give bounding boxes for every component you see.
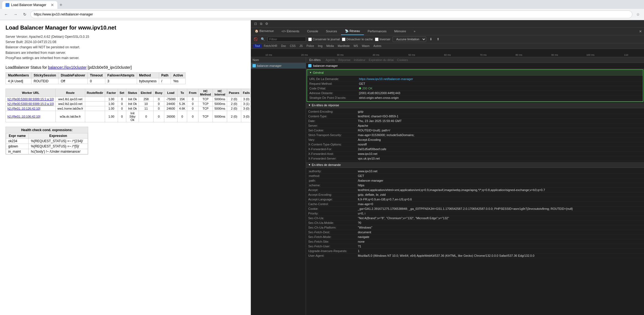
tab-bar: Load Balancer Manager ✕ + bbox=[0, 0, 644, 9]
worker-2-hc_interval: 5000ms bbox=[213, 106, 227, 111]
keep-log-check[interactable]: Conserver le journal bbox=[308, 38, 340, 41]
worker-2-hc_method: TCP bbox=[198, 106, 213, 111]
worker-2-route: ww1.home.lab3w.fr bbox=[56, 106, 85, 111]
req-field-8: Cookie:_ga=GA1.2.391671275.1706538848; _… bbox=[306, 207, 644, 211]
type-btn-media[interactable]: Média bbox=[325, 44, 336, 48]
network-item-balancer[interactable]: balancer-manager bbox=[251, 63, 306, 69]
back-button[interactable]: ← bbox=[2, 10, 10, 18]
status-col-disable: DisableFailover bbox=[58, 72, 88, 78]
req-field-11: Sec-Ch-Ua-Mobile:?0 bbox=[306, 221, 644, 225]
type-btn-autres[interactable]: Autres bbox=[372, 44, 383, 48]
tab-performances[interactable]: Performances bbox=[364, 28, 390, 35]
tab-more[interactable]: » bbox=[410, 28, 419, 35]
forward-button[interactable]: → bbox=[12, 10, 19, 18]
network-panel: Nom balancer-manager En-têtes Agents Rép… bbox=[251, 57, 644, 315]
invert-check[interactable]: Inverser bbox=[375, 38, 390, 41]
devtools-close-button[interactable]: ✕ bbox=[638, 29, 643, 34]
active-tab[interactable]: Load Balancer Manager ✕ bbox=[2, 1, 57, 9]
tl-90ms: 90 ms bbox=[537, 54, 573, 56]
w-col-hcinterval: HC Interval bbox=[213, 89, 227, 97]
server-info: Server Version: Apache/2.4.62 (Debian) O… bbox=[6, 34, 245, 61]
tab-sources[interactable]: Sources bbox=[322, 28, 341, 35]
hc-row-1: gdown%{REQUEST_STATUS} =~ /^[5]/ bbox=[6, 144, 88, 149]
filter-input[interactable] bbox=[267, 37, 306, 42]
worker-3-busy: 0 bbox=[153, 111, 164, 122]
hc-row-0: ok234%{REQUEST_STATUS} =~ /^[234]/ bbox=[6, 138, 88, 144]
devtools-toggle-button[interactable]: ⊡ bbox=[253, 21, 258, 26]
resp-headers-title: En-têtes de réponse bbox=[312, 104, 339, 107]
network-timeline: 10 ms 20 ms 30 ms 40 ms 50 ms 60 ms 70 m… bbox=[251, 49, 644, 57]
worker-row-3[interactable]: h2://[fe01::10:106:42:10]w3a.dc.lab3w.fr… bbox=[6, 111, 251, 122]
type-btn-img[interactable]: Img bbox=[316, 44, 324, 48]
import-button[interactable]: ⬇ bbox=[428, 37, 433, 42]
filename-row: balancer-manager bbox=[306, 63, 644, 69]
type-btn-doc[interactable]: Doc bbox=[280, 44, 288, 48]
general-section: ▼ Général URL De La Demande:https://www.… bbox=[307, 69, 643, 102]
tab-memoire[interactable]: Mémoire bbox=[390, 28, 410, 35]
response-headers-header[interactable]: ▼ En-têtes de réponse bbox=[306, 102, 644, 108]
worker-0-from: 0 bbox=[187, 97, 198, 101]
type-btn-css[interactable]: CSS bbox=[288, 44, 297, 48]
hc-name-2: in_maint bbox=[6, 149, 29, 154]
request-headers-header[interactable]: ▼ En-têtes de demande bbox=[306, 162, 644, 168]
type-btn-ws[interactable]: WS bbox=[352, 44, 359, 48]
type-btn-js[interactable]: JS bbox=[298, 44, 304, 48]
server-info-line-1: Server Version: Apache/2.4.62 (Debian) O… bbox=[6, 34, 245, 39]
resp-collapse-icon: ▼ bbox=[308, 104, 311, 107]
status-dot-icon bbox=[359, 87, 361, 89]
throttle-select[interactable]: Aucune limitation bbox=[393, 36, 426, 42]
status-col-method: Method bbox=[137, 72, 159, 78]
status-val-sticky: ROUTEID bbox=[31, 78, 58, 84]
search-button[interactable]: 🔍 bbox=[260, 37, 265, 42]
hc-col-name: Expr name bbox=[6, 133, 29, 138]
worker-row-0[interactable]: h2://[fe00:5300:60:9389:15:1:a:10]ww1.lb… bbox=[6, 97, 251, 101]
tab-favicon bbox=[6, 3, 9, 7]
balancer-status-label: LoadBalancer Status for bbox=[6, 65, 47, 70]
tab-close-button[interactable]: ✕ bbox=[51, 3, 54, 7]
tab-elements[interactable]: </> Éléments bbox=[278, 28, 303, 35]
new-tab-button[interactable]: + bbox=[58, 2, 63, 7]
resp-field-10: X-Forwarded-Server:vps.uk.ipv10.net bbox=[306, 156, 644, 161]
req-field-13: Sec-Fetch-Dest:document bbox=[306, 230, 644, 235]
devtools-settings-button[interactable]: ⚙ bbox=[264, 21, 269, 26]
tab-bienvenue[interactable]: 🏠 Bienvenue bbox=[251, 28, 278, 35]
tab-console[interactable]: Console bbox=[303, 28, 322, 35]
export-button[interactable]: ⬆ bbox=[436, 37, 441, 42]
type-btn-manifeste[interactable]: Manifeste bbox=[336, 44, 351, 48]
server-info-line-3: Balancer changes will NOT be persisted o… bbox=[6, 45, 245, 50]
tl-10ms: 10 ms bbox=[251, 54, 287, 56]
balancer-cluster-link[interactable]: balancer://ipv10cluster bbox=[48, 65, 87, 70]
main-layout: Load Balancer Manager for www.ipv10.net … bbox=[0, 20, 644, 315]
type-btn-wasm[interactable]: Wasm bbox=[360, 44, 371, 48]
req-field-6: Accept-Language:fr,fr-FR;q=0.9,en-GB;q=0… bbox=[306, 197, 644, 202]
general-field-3: Adresse Distante:[2001:41d0:8012000:44f9… bbox=[307, 91, 643, 96]
network-col-headers: Nom bbox=[251, 57, 306, 63]
request-headers-section: ▼ En-têtes de demande :authority:www.ipv… bbox=[306, 162, 644, 259]
devtools-tab-bar: 🏠 Bienvenue </> Éléments Console Sources… bbox=[251, 28, 644, 35]
disable-cache-check[interactable]: Désactiver le cache bbox=[342, 38, 373, 41]
worker-row-2[interactable]: h2://[fe01::10:126:42:10]ww1.home.lab3w.… bbox=[6, 106, 251, 111]
general-section-header[interactable]: ▼ Général bbox=[307, 70, 643, 76]
bookmark-button[interactable]: ☆ bbox=[634, 10, 642, 18]
devtools-panel: ⊡ ⧉ ⚙ 🏠 Bienvenue </> Éléments Console S… bbox=[251, 20, 644, 315]
worker-1-url: h2://[fe00:5300:60:9389:15:2:a:10] bbox=[6, 101, 56, 106]
devtools-dock-button[interactable]: ⧉ bbox=[259, 21, 264, 26]
status-col-active: Active bbox=[171, 72, 186, 78]
address-bar[interactable] bbox=[30, 10, 632, 18]
worker-1-to: 5.2K bbox=[177, 101, 187, 106]
tab-reseau[interactable]: 📡 Réseau bbox=[341, 28, 364, 35]
type-btn-police[interactable]: Police bbox=[305, 44, 316, 48]
w-col-factor: Factor bbox=[105, 89, 118, 97]
resp-field-0: Content-Encoding:gzip bbox=[306, 109, 644, 114]
worker-row-1[interactable]: h2://[fe00:5300:60:9389:15:2:a:10]ww2.lb… bbox=[6, 101, 251, 106]
reload-button[interactable]: ↻ bbox=[21, 10, 29, 18]
worker-0-to: 15K bbox=[177, 97, 187, 101]
type-btn-fetch[interactable]: Fetch/XHR bbox=[262, 44, 279, 48]
worker-2-from: 0 bbox=[187, 106, 198, 111]
status-col-failover: FailoverAttempts bbox=[105, 72, 137, 78]
type-btn-tout[interactable]: Tout bbox=[253, 44, 262, 48]
worker-2-status: Init Ok bbox=[126, 106, 139, 111]
clear-log-button[interactable]: 🚫 bbox=[253, 37, 258, 42]
w-col-elected: Elected bbox=[139, 89, 153, 97]
tl-70ms: 70 ms bbox=[465, 54, 501, 56]
